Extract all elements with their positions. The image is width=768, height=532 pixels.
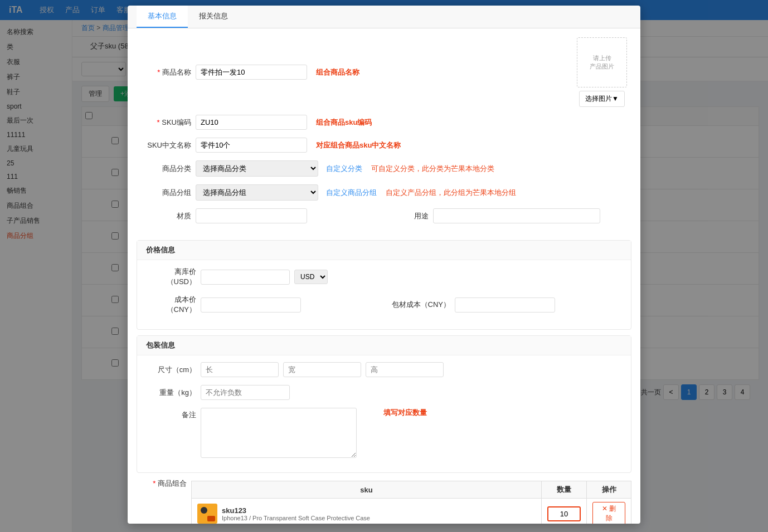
combo-item-sku-cell: sku123 Iphone13 / Pro Transparent Soft C…: [192, 499, 542, 524]
sku-code-label: SKU编码: [141, 118, 191, 128]
price-row: 离库价（USD） USD CNY: [146, 267, 622, 287]
material-input[interactable]: [196, 208, 307, 223]
price-label: 离库价（USD）: [146, 267, 196, 287]
weight-row: 重量（kg）: [146, 385, 622, 400]
currency-select[interactable]: USD CNY: [294, 270, 328, 284]
category-select[interactable]: 选择商品分类: [196, 160, 318, 177]
pack-section: 包装信息 尺寸（cm） 重量（kg） 备注 填写对应数量: [137, 335, 631, 473]
width-input[interactable]: [283, 362, 361, 377]
height-input[interactable]: [366, 362, 444, 377]
note-textarea[interactable]: [201, 408, 357, 458]
sku-code-input[interactable]: [196, 115, 307, 130]
category-hint2: 可自定义分类，此分类为芒果本地分类: [371, 164, 494, 174]
product-name-label: 商品名称: [141, 67, 191, 77]
sku-code-row: SKU编码 组合商品sku编码: [141, 115, 627, 130]
combo-qty-col: 数量: [542, 481, 587, 499]
pack-section-title: 包装信息: [137, 336, 631, 355]
modal-overlay: 基本信息 报关信息 商品名称 组合商品名称 请上传 产品图片 选择图片▼: [0, 0, 768, 532]
price-section-body: 离库价（USD） USD CNY 成本价（CNY） 包材成本（CNY）: [137, 260, 631, 329]
group-row: 商品分组 选择商品分组 自定义商品分组 自定义产品分组，此分组为芒果本地分组: [141, 184, 627, 201]
pack-cost-input[interactable]: [455, 297, 555, 313]
usage-input[interactable]: [433, 208, 600, 223]
sku-cn-name-label: SKU中文名称: [141, 140, 191, 150]
price-section: 价格信息 离库价（USD） USD CNY 成本价（CNY） 包材成本（CNY）: [137, 240, 631, 330]
group-hint2: 自定义产品分组，此分组为芒果本地分组: [386, 188, 516, 198]
size-row: 尺寸（cm）: [146, 362, 622, 377]
sku-code-hint: 组合商品sku编码: [316, 118, 372, 128]
category-row: 商品分类 选择商品分类 自定义分类 可自定义分类，此分类为芒果本地分类: [141, 160, 627, 177]
upload-area[interactable]: 请上传 产品图片: [577, 37, 627, 87]
group-custom-link[interactable]: 自定义商品分组: [326, 188, 377, 198]
group-select[interactable]: 选择商品分组: [196, 184, 318, 201]
combo-item-row: sku123 Iphone13 / Pro Transparent Soft C…: [192, 499, 631, 524]
combo-action-col: 操作: [587, 481, 631, 499]
size-label: 尺寸（cm）: [146, 365, 196, 375]
modal-tab-basic[interactable]: 基本信息: [137, 6, 188, 28]
combo-section: 商品组合 sku 数量 操作: [128, 479, 640, 524]
sku-cn-name-input[interactable]: [196, 138, 307, 153]
modal-dialog: 基本信息 报关信息 商品名称 组合商品名称 请上传 产品图片 选择图片▼: [128, 6, 640, 524]
price-input[interactable]: [201, 270, 290, 285]
combo-qty-input[interactable]: [547, 506, 581, 521]
product-name-row: 商品名称 组合商品名称 请上传 产品图片 选择图片▼: [141, 37, 627, 107]
material-label: 材质: [141, 211, 191, 221]
product-name-hint: 组合商品名称: [316, 67, 359, 77]
upload-line2: 产品图片: [590, 62, 614, 71]
pack-section-body: 尺寸（cm） 重量（kg） 备注 填写对应数量: [137, 355, 631, 472]
select-image-button[interactable]: 选择图片▼: [579, 91, 625, 107]
modal-tab-row: 基本信息 报关信息: [128, 6, 640, 28]
note-label: 备注: [146, 408, 196, 420]
combo-table: sku 数量 操作: [191, 481, 631, 524]
price-section-title: 价格信息: [137, 241, 631, 260]
pack-cost-label: 包材成本（CNY）: [383, 300, 450, 310]
category-custom-link[interactable]: 自定义分类: [326, 164, 362, 174]
fill-qty-hint: 填写对应数量: [383, 408, 427, 418]
category-label: 商品分类: [141, 164, 191, 174]
combo-action-cell: ✕ 删除: [587, 499, 631, 524]
cost-label: 成本价（CNY）: [146, 295, 196, 315]
combo-sku-code: sku123: [222, 506, 370, 515]
usage-label: 用途: [378, 211, 429, 221]
modal-tab-customs[interactable]: 报关信息: [188, 6, 239, 28]
sku-cn-name-row: SKU中文名称 对应组合商品sku中文名称: [141, 138, 627, 153]
group-label: 商品分组: [141, 188, 191, 198]
basic-info-section: 商品名称 组合商品名称 请上传 产品图片 选择图片▼ SKU编码 组合商品sku…: [128, 28, 640, 240]
weight-label: 重量（kg）: [146, 388, 196, 398]
length-input[interactable]: [201, 362, 279, 377]
cost-input[interactable]: [201, 297, 301, 313]
cost-row: 成本价（CNY） 包材成本（CNY）: [146, 295, 622, 315]
product-name-input[interactable]: [196, 65, 307, 80]
weight-input[interactable]: [201, 385, 290, 400]
combo-delete-button[interactable]: ✕ 删除: [592, 502, 625, 524]
sku-cn-name-hint: 对应组合商品sku中文名称: [316, 140, 401, 150]
combo-qty-cell: [542, 499, 587, 524]
combo-row: 商品组合 sku 数量 操作: [137, 479, 631, 524]
upload-line1: 请上传: [593, 54, 611, 62]
combo-label: 商品组合: [137, 479, 187, 489]
note-row: 备注 填写对应数量: [146, 408, 622, 458]
combo-sku-col: sku: [192, 481, 542, 499]
combo-sku-name: Iphone13 / Pro Transparent Soft Case Pro…: [222, 515, 370, 521]
material-usage-row: 材质 用途: [141, 208, 627, 223]
